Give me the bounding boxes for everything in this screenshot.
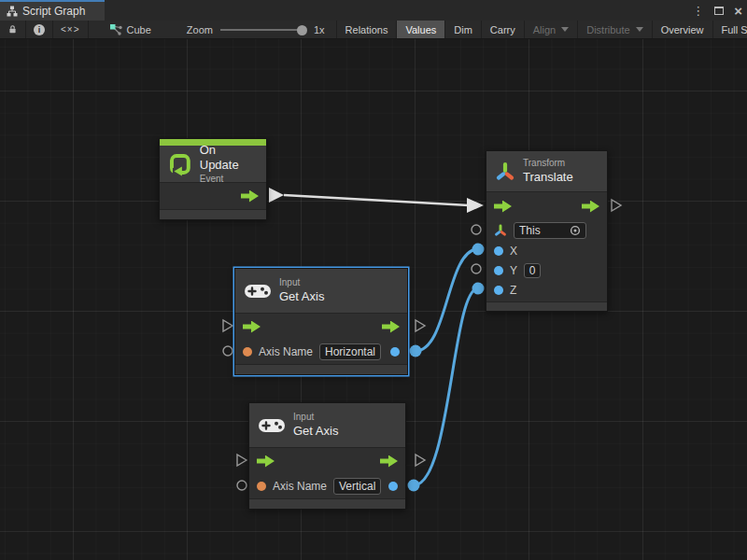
gamepad-icon [244,283,272,300]
value-input-port-axisname-h[interactable] [223,346,233,356]
overview-button[interactable]: Overview [653,21,713,38]
flow-input-arrow-icon[interactable] [243,321,261,333]
close-icon[interactable]: × [734,4,742,18]
z-port-row: Z [486,280,607,300]
wire-flow-onupdate-to-translate[interactable] [269,188,484,213]
node-kicker: Transform [523,158,573,170]
string-port-icon[interactable] [243,347,252,357]
value-input-port-axisname-v[interactable] [237,481,247,490]
node-get-axis-vertical[interactable]: Input Get Axis Axis Name Vertical [248,402,406,510]
node-header[interactable]: On Update Event [160,146,266,183]
graph-hierarchy-icon [7,6,18,17]
value-port-z-icon[interactable] [494,286,503,295]
fullscreen-button[interactable]: Full Screen [713,21,747,38]
y-port-row: Y 0 [486,260,607,280]
axis-name-field[interactable]: Horizontal [319,343,381,360]
node-translate[interactable]: Transform Translate This [486,150,608,312]
zoom-slider-track [220,29,306,31]
axis-name-label: Axis Name [273,480,327,493]
zoom-control: Zoom 1x [161,21,337,38]
node-kicker: Input [279,277,324,289]
node-title: On Update [200,143,258,174]
value-input-port-this[interactable] [472,225,481,234]
flow-output-arrow-icon[interactable] [382,321,400,333]
zoom-slider-handle[interactable] [297,25,307,35]
value-port-x-icon[interactable] [494,246,503,256]
zoom-slider[interactable] [220,24,306,35]
node-footer [249,498,405,509]
maximize-icon[interactable] [714,7,724,15]
this-field-value: This [519,224,541,237]
port-label-x: X [510,245,517,258]
node-subtitle: Event [200,174,258,186]
flow-input-port-getaxis-h[interactable] [223,320,233,331]
flow-output-port-getaxis-h[interactable] [416,320,425,331]
value-input-port-connected[interactable] [472,283,485,295]
flow-port-row [235,314,407,340]
x-port-row: X [486,241,607,260]
node-footer [160,209,266,219]
node-header[interactable]: Transform Translate [486,151,607,192]
distribute-button[interactable]: Distribute [578,21,652,38]
value-input-port-y[interactable] [472,264,481,273]
graph-toolbar: i <×> Cube Zoom 1x Relations Val [0,21,747,39]
graph-reference-icon [109,23,122,36]
flow-input-port-getaxis-v[interactable] [237,455,247,466]
node-on-update[interactable]: On Update Event [159,138,267,220]
flow-input-arrow-icon[interactable] [494,201,512,213]
flow-output-arrow-icon[interactable] [380,455,398,468]
edit-source-button[interactable]: <×> [53,21,89,38]
gamepad-icon [258,417,286,434]
align-button[interactable]: Align [525,21,578,38]
window-controls: ⋮ × [692,0,742,21]
object-picker-icon[interactable] [570,225,581,236]
graph-reference-breadcrumb[interactable]: Cube [89,21,161,38]
lock-icon [7,23,18,35]
axis-name-field[interactable]: Vertical [333,478,381,495]
node-header[interactable]: Input Get Axis [235,269,407,314]
zoom-label: Zoom [187,24,213,35]
lock-button[interactable] [0,21,26,38]
graph-canvas[interactable]: On Update Event Transform Translate [0,39,747,560]
chevron-down-icon [636,27,643,32]
values-label: Values [405,24,436,35]
port-label-y: Y [510,264,517,277]
flow-output-port-getaxis-v[interactable] [416,455,425,466]
value-output-port-connected[interactable] [410,345,422,357]
values-button[interactable]: Values [397,21,445,38]
wire-value-horizontal-to-x[interactable] [410,244,485,357]
transform-icon-small [494,224,507,237]
flow-input-arrow-icon[interactable] [257,455,275,468]
flow-output-arrow-icon[interactable] [582,201,599,213]
flow-output-port-translate[interactable] [612,200,621,211]
value-output-port-connected[interactable] [408,480,420,492]
window-menu-icon[interactable]: ⋮ [692,5,704,17]
value-input-port-connected[interactable] [472,244,485,256]
tab-script-graph[interactable]: Script Graph [0,0,105,21]
fullscreen-label: Full Screen [722,24,747,35]
relations-button[interactable]: Relations [337,21,398,38]
zoom-value: 1x [314,24,325,35]
flow-output-arrow-icon[interactable] [241,190,259,203]
flow-port-row [249,448,405,474]
dim-button[interactable]: Dim [445,21,482,38]
flow-output-port-connected[interactable] [269,188,284,203]
flow-port-row [486,192,607,220]
code-icon: <×> [61,24,80,35]
string-port-icon[interactable] [257,482,266,491]
y-value-field[interactable]: 0 [524,263,541,278]
node-title: Translate [523,170,573,185]
wire-arrowhead [467,198,484,213]
carry-button[interactable]: Carry [482,21,525,38]
node-header[interactable]: Input Get Axis [249,403,405,448]
this-object-field[interactable]: This [514,222,586,239]
tab-title: Script Graph [22,5,85,18]
relations-label: Relations [345,24,388,35]
value-output-port-icon[interactable] [388,482,398,491]
node-get-axis-horizontal[interactable]: Input Get Axis Axis Name Horizontal [234,268,408,375]
carry-label: Carry [490,24,515,35]
value-port-y-icon[interactable] [494,266,503,275]
port-row [160,183,266,209]
inspect-button[interactable]: i [26,21,53,38]
value-output-port-icon[interactable] [390,347,400,357]
